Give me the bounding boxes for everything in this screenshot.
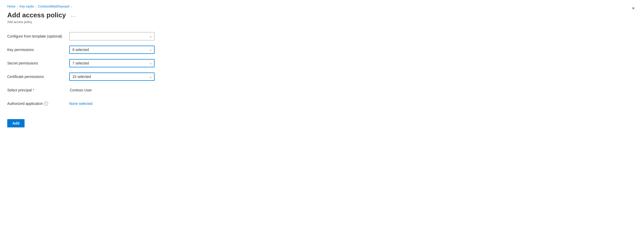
configure-template-dropdown[interactable]: Key Management Secret Management Certifi… xyxy=(69,32,155,40)
add-button[interactable]: Add xyxy=(7,119,25,127)
key-permissions-dropdown-wrapper: 9 selected ⌄ xyxy=(69,46,155,54)
certificate-permissions-dropdown[interactable]: 15 selected xyxy=(69,73,155,81)
secret-permissions-label: Secret permissions xyxy=(7,61,69,65)
configure-template-label: Configure from template (optional) xyxy=(7,34,69,38)
select-principal-row: Select principal * Contoso User xyxy=(7,86,189,94)
breadcrumb: Home › Key vaults › ContosoWeb2Keyvault … xyxy=(0,0,644,8)
secret-permissions-dropdown[interactable]: 7 selected xyxy=(69,59,155,67)
breadcrumb-sep-3: › xyxy=(71,5,72,8)
configure-template-dropdown-wrapper: Key Management Secret Management Certifi… xyxy=(69,32,155,40)
certificate-permissions-dropdown-wrapper: 15 selected ⌄ xyxy=(69,73,155,81)
authorized-application-row: Authorized application i None selected xyxy=(7,99,189,108)
more-options-button[interactable]: ... xyxy=(69,11,79,19)
page-header: Add access policy ... xyxy=(0,8,644,20)
close-button[interactable]: × xyxy=(630,5,637,12)
secret-permissions-row: Secret permissions 7 selected ⌄ xyxy=(7,59,189,67)
page-subtitle: Add access policy xyxy=(0,20,644,24)
info-icon[interactable]: i xyxy=(44,102,48,106)
key-permissions-row: Key permissions 9 selected ⌄ xyxy=(7,46,189,54)
certificate-permissions-row: Certificate permissions 15 selected ⌄ xyxy=(7,73,189,81)
breadcrumb-key-vaults[interactable]: Key vaults xyxy=(20,5,34,8)
key-permissions-dropdown[interactable]: 9 selected xyxy=(69,46,155,54)
breadcrumb-sep-2: › xyxy=(35,5,36,8)
authorized-application-label: Authorized application i xyxy=(7,102,69,106)
select-principal-label: Select principal * xyxy=(7,88,69,92)
page-title: Add access policy xyxy=(7,11,66,20)
secret-permissions-dropdown-wrapper: 7 selected ⌄ xyxy=(69,59,155,67)
form-container: Configure from template (optional) Key M… xyxy=(0,24,196,127)
breadcrumb-keyvault[interactable]: ContosoWeb2Keyvault xyxy=(38,5,70,8)
required-star: * xyxy=(33,88,34,92)
breadcrumb-home[interactable]: Home xyxy=(7,5,16,8)
breadcrumb-sep-1: › xyxy=(17,5,18,8)
configure-template-row: Configure from template (optional) Key M… xyxy=(7,32,189,40)
none-selected-link[interactable]: None selected xyxy=(69,102,93,106)
principal-value: Contoso User xyxy=(69,88,92,92)
certificate-permissions-label: Certificate permissions xyxy=(7,75,69,79)
key-permissions-label: Key permissions xyxy=(7,48,69,52)
